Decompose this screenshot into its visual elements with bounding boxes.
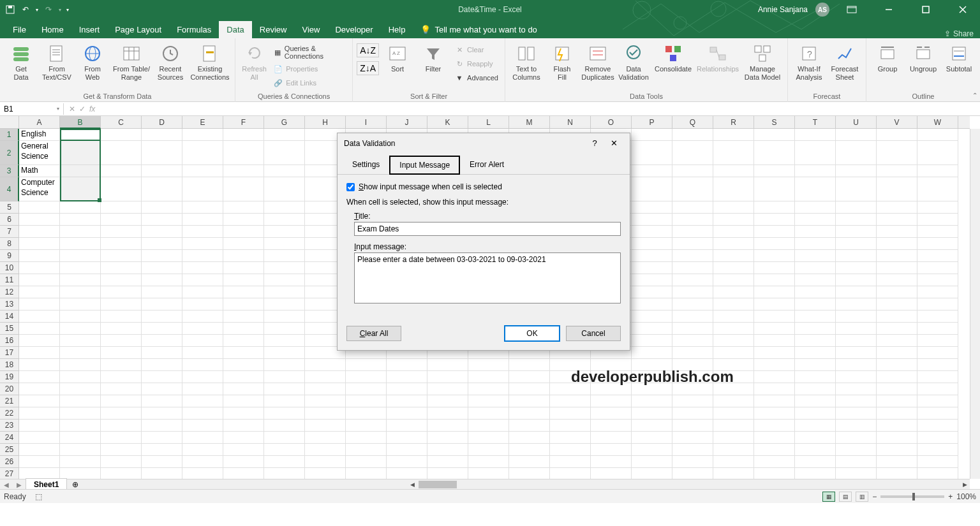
cell-W5[interactable] (917, 201, 958, 214)
cell-U8[interactable] (836, 238, 877, 250)
cell-P22[interactable] (632, 407, 672, 420)
tab-page-layout[interactable]: Page Layout (107, 21, 169, 38)
cell-E14[interactable] (182, 310, 223, 323)
clear-all-button[interactable]: Clear All (346, 326, 401, 341)
row-header-12[interactable]: 12 (0, 286, 19, 298)
cell-A16[interactable] (19, 335, 60, 347)
cell-C10[interactable] (101, 262, 142, 274)
cell-F16[interactable] (223, 335, 264, 347)
cell-V5[interactable] (877, 201, 917, 214)
cell-W26[interactable] (917, 456, 958, 468)
row-header-2[interactable]: 2 (0, 141, 19, 165)
cell-G23[interactable] (264, 420, 305, 432)
show-input-message-checkbox-input[interactable] (346, 183, 355, 191)
column-header-A[interactable]: A (19, 116, 60, 128)
cell-S25[interactable] (754, 444, 795, 456)
cell-A9[interactable] (19, 250, 60, 262)
cell-G2[interactable] (264, 141, 305, 165)
cell-S21[interactable] (754, 395, 795, 407)
cell-A21[interactable] (19, 395, 60, 407)
row-header-10[interactable]: 10 (0, 262, 19, 274)
cell-B15[interactable] (60, 323, 101, 335)
undo-dropdown-icon[interactable]: ▾ (36, 7, 38, 13)
cell-U10[interactable] (836, 262, 877, 274)
cell-T18[interactable] (795, 359, 836, 371)
select-all-button[interactable] (0, 116, 19, 129)
cell-B18[interactable] (60, 359, 101, 371)
cell-E9[interactable] (182, 250, 223, 262)
cell-T17[interactable] (795, 347, 836, 359)
row-header-23[interactable]: 23 (0, 420, 19, 432)
tab-home[interactable]: Home (34, 21, 71, 38)
cell-D25[interactable] (142, 444, 182, 456)
cell-H18[interactable] (305, 359, 346, 371)
cell-F11[interactable] (223, 274, 264, 286)
data-validation-button[interactable]: Data Validation (616, 42, 651, 83)
cell-R15[interactable] (713, 323, 754, 335)
scroll-thumb[interactable] (419, 481, 457, 488)
advanced-filter-button[interactable]: ▼Advanced (452, 71, 501, 84)
cell-M24[interactable] (509, 432, 550, 444)
cell-R10[interactable] (713, 262, 754, 274)
cell-F5[interactable] (223, 201, 264, 214)
macro-record-icon[interactable]: ⬚ (35, 492, 42, 501)
cell-D26[interactable] (142, 456, 182, 468)
cell-S13[interactable] (754, 298, 795, 310)
tab-view[interactable]: View (294, 21, 327, 38)
cell-W7[interactable] (917, 226, 958, 238)
cell-A26[interactable] (19, 456, 60, 468)
cell-U1[interactable] (836, 129, 877, 141)
cell-R6[interactable] (713, 214, 754, 226)
cell-P5[interactable] (632, 201, 672, 214)
message-field-input[interactable]: Please enter a date between 03-03-2021 t… (354, 252, 621, 303)
view-normal-icon[interactable]: ▦ (822, 492, 835, 502)
dialog-tab-input-message[interactable]: Input Message (389, 156, 460, 175)
cell-D13[interactable] (142, 298, 182, 310)
cell-T4[interactable] (795, 177, 836, 201)
cell-L22[interactable] (468, 407, 509, 420)
cell-A18[interactable] (19, 359, 60, 371)
cell-T6[interactable] (795, 214, 836, 226)
cell-I21[interactable] (346, 395, 387, 407)
add-sheet-icon[interactable]: ⊕ (67, 480, 84, 489)
cell-S20[interactable] (754, 383, 795, 395)
cell-U16[interactable] (836, 335, 877, 347)
cell-T13[interactable] (795, 298, 836, 310)
cell-N23[interactable] (550, 420, 591, 432)
cell-K23[interactable] (427, 420, 468, 432)
cell-Q23[interactable] (672, 420, 713, 432)
cell-Q12[interactable] (672, 286, 713, 298)
cell-E12[interactable] (182, 286, 223, 298)
cell-V15[interactable] (877, 323, 917, 335)
cell-C8[interactable] (101, 238, 142, 250)
cell-F8[interactable] (223, 238, 264, 250)
cell-D5[interactable] (142, 201, 182, 214)
zoom-out-icon[interactable]: − (872, 492, 877, 501)
cell-E6[interactable] (182, 214, 223, 226)
cell-D21[interactable] (142, 395, 182, 407)
cell-V13[interactable] (877, 298, 917, 310)
cell-L24[interactable] (468, 432, 509, 444)
cell-Q15[interactable] (672, 323, 713, 335)
cell-T20[interactable] (795, 383, 836, 395)
cell-M23[interactable] (509, 420, 550, 432)
cell-W22[interactable] (917, 407, 958, 420)
cell-D19[interactable] (142, 371, 182, 383)
cell-Q14[interactable] (672, 310, 713, 323)
cell-W23[interactable] (917, 420, 958, 432)
column-header-Q[interactable]: Q (672, 116, 713, 128)
cell-J21[interactable] (387, 395, 427, 407)
cell-I18[interactable] (346, 359, 387, 371)
cell-J19[interactable] (387, 371, 427, 383)
cell-I20[interactable] (346, 383, 387, 395)
cell-S7[interactable] (754, 226, 795, 238)
ungroup-button[interactable]: Ungroup (906, 42, 940, 75)
cell-H22[interactable] (305, 407, 346, 420)
cell-D12[interactable] (142, 286, 182, 298)
cell-G3[interactable] (264, 165, 305, 177)
cell-O25[interactable] (591, 444, 632, 456)
cell-T22[interactable] (795, 407, 836, 420)
cell-U20[interactable] (836, 383, 877, 395)
cell-R11[interactable] (713, 274, 754, 286)
cell-C5[interactable] (101, 201, 142, 214)
